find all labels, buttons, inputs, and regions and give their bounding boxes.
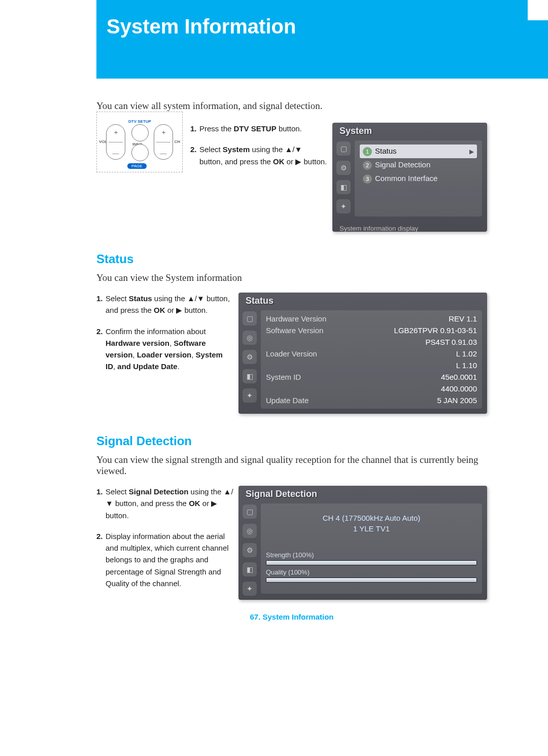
misc-icon: ✦	[243, 582, 257, 596]
misc-icon: ✦	[336, 199, 351, 213]
gear-icon: ⚙	[243, 350, 257, 364]
misc-icon: ✦	[243, 388, 257, 403]
signal-step-1: 1. Select Signal Detection using the ▲/▼…	[96, 486, 233, 521]
tv-icon: ▢	[243, 505, 257, 519]
status-heading: Status	[96, 252, 487, 266]
status-row: Loader VersionL 1.02	[266, 349, 477, 358]
setup-button-icon	[131, 124, 149, 141]
page-title: System Information	[107, 15, 296, 38]
quality-label: Quality (100%)	[266, 568, 477, 576]
status-row: Software VersionLGB26TPVR 0.91-03-51	[266, 326, 477, 335]
step-2: 2. Select System using the ▲/▼ button, a…	[190, 143, 327, 167]
osd-signal-title: Signal Detection	[238, 486, 487, 501]
osd-hint: System information display	[332, 222, 487, 232]
instructions-main: 1. Press the DTV SETUP button. 2. Select…	[190, 123, 327, 176]
strength-bar	[266, 560, 477, 565]
osd-status-screenshot: Status ▢ ◎ ⚙ ◧ ✦ Hardware VersionREV 1.1…	[238, 293, 487, 414]
status-row: 4400.0000	[266, 384, 477, 393]
intro-text: You can view all system information, and…	[96, 100, 487, 112]
remote-diagram: DTV SETUP INFO VOL CH ＋— ＋— PAGE	[96, 112, 183, 172]
tv-icon: ▢	[243, 311, 257, 326]
osd-sidebar-icons: ▢ ◎ ⚙ ◧ ✦	[238, 501, 261, 599]
status-step-2: 2. Confirm the information about Hardwar…	[96, 326, 233, 373]
signal-channel-name: 1 YLE TV1	[266, 524, 477, 548]
menu-item-common-interface: 3Common Interface	[360, 172, 477, 186]
tv-icon: ▢	[336, 141, 351, 156]
status-caption: You can view the System information	[96, 272, 487, 283]
corner-notch	[528, 0, 548, 20]
tools-icon: ◧	[243, 369, 257, 383]
step-1: 1. Press the DTV SETUP button.	[190, 123, 327, 134]
gear-icon: ⚙	[243, 543, 257, 557]
instructions-status: 1. Select Status using the ▲/▼ button, a…	[96, 293, 233, 382]
menu-item-signal-detection: 2Signal Detection	[360, 158, 477, 172]
tools-icon: ◧	[243, 562, 257, 577]
osd-system-screenshot: System ▢ ⚙ ◧ ✦ 1Status▶2Signal Detection…	[332, 123, 487, 232]
status-row: Update Date5 JAN 2005	[266, 396, 477, 405]
status-row: System ID45e0.0001	[266, 373, 477, 381]
page-footer: 67. System Information	[96, 613, 487, 621]
header-bar: System Information	[0, 0, 548, 91]
tools-icon: ◧	[336, 180, 351, 194]
status-row: L 1.10	[266, 361, 477, 370]
disc-icon: ◎	[243, 524, 257, 538]
osd-sidebar-icons: ▢ ⚙ ◧ ✦	[332, 138, 355, 222]
info-button-icon	[131, 144, 149, 161]
status-row: Hardware VersionREV 1.1	[266, 314, 477, 323]
instructions-signal: 1. Select Signal Detection using the ▲/▼…	[96, 486, 233, 598]
quality-bar	[266, 578, 477, 583]
footer-page-number: 67.	[250, 613, 260, 621]
osd-sidebar-icons: ▢ ◎ ⚙ ◧ ✦	[238, 308, 261, 414]
signal-step-2: 2. Display information about the aerial …	[96, 530, 233, 589]
osd-system-title: System	[332, 123, 487, 138]
volume-rocker-icon: ＋—	[106, 124, 125, 160]
disc-icon: ◎	[243, 331, 257, 345]
remote-label-page: PAGE	[127, 163, 147, 169]
status-row: PS4ST 0.91.03	[266, 338, 477, 346]
remote-label-setup: DTV SETUP	[128, 119, 151, 124]
menu-item-status: 1Status▶	[360, 145, 477, 158]
signal-channel-line: CH 4 (177500kHz Auto Auto)	[266, 508, 477, 524]
strength-label: Strength (100%)	[266, 551, 477, 559]
footer-label: System Information	[263, 613, 334, 621]
remote-label-ch: CH	[174, 139, 180, 144]
signal-caption: You can view the signal strength and sig…	[96, 454, 487, 477]
gear-icon: ⚙	[336, 161, 351, 175]
signal-heading: Signal Detection	[96, 434, 487, 448]
channel-rocker-icon: ＋—	[154, 124, 173, 160]
osd-status-title: Status	[238, 293, 487, 308]
status-step-1: 1. Select Status using the ▲/▼ button, a…	[96, 293, 233, 316]
osd-signal-screenshot: Signal Detection ▢ ◎ ⚙ ◧ ✦ CH 4 (177500k…	[238, 486, 487, 600]
header-banner: System Information	[96, 0, 548, 79]
